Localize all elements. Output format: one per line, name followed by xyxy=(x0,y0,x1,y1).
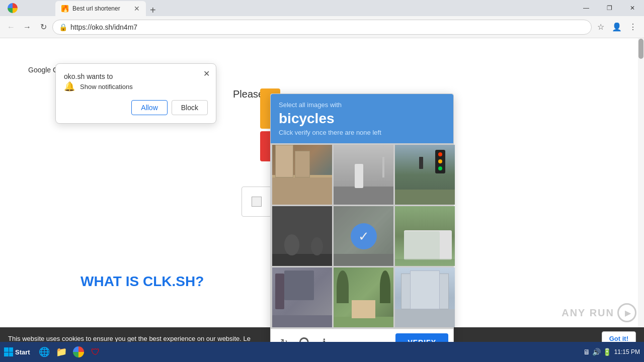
chrome-logo-icon xyxy=(8,3,18,13)
anyrun-watermark: ANY RUN ▶ xyxy=(561,303,636,322)
browser-content: Google Ch Please cl WHAT IS CLK.SH? oko.… xyxy=(0,38,644,350)
address-bar-row: ← → ↻ 🔒 https://oko.sh/idn4m7 ☆ 👤 ⋮ xyxy=(0,16,644,38)
captcha-cell-7[interactable] xyxy=(272,267,332,327)
checkbox-inner xyxy=(252,197,262,207)
volume-icon: 🔊 xyxy=(592,348,601,356)
taskbar-right: 🖥 🔊 🔋 11:15 PM xyxy=(583,348,644,356)
profile-button[interactable]: 👤 xyxy=(610,20,624,34)
url-text: https://oko.sh/idn4m7 xyxy=(70,23,137,31)
allow-button[interactable]: Allow xyxy=(131,100,167,115)
popup-close-button[interactable]: ✕ xyxy=(203,69,210,78)
bookmark-button[interactable]: ☆ xyxy=(594,20,608,34)
captcha-header: Select all images with bicycles Click ve… xyxy=(271,94,453,143)
captcha-cell-6[interactable] xyxy=(395,206,455,266)
start-label: Start xyxy=(15,348,30,356)
close-window-button[interactable]: ✕ xyxy=(621,0,644,16)
refresh-button[interactable]: ↻ xyxy=(36,20,50,34)
lock-icon: 🔒 xyxy=(59,23,67,31)
new-tab-button[interactable]: + xyxy=(146,5,160,16)
taskbar-ie-app[interactable]: 🌐 xyxy=(36,344,52,360)
notification-label: Show notifications xyxy=(80,83,133,90)
taskbar-apps: 🌐 📁 🛡 xyxy=(36,344,104,360)
network-icon: 🖥 xyxy=(583,348,590,356)
tab-close-btn[interactable]: ✕ xyxy=(134,5,140,13)
captcha-modal: Select all images with bicycles Click ve… xyxy=(270,94,454,350)
battery-icon: 🔋 xyxy=(603,348,611,356)
what-is-heading: WHAT IS CLK.SH? xyxy=(80,274,204,290)
popup-title: oko.sh wants to xyxy=(64,72,113,80)
captcha-cell-1[interactable] xyxy=(272,145,332,205)
scrollbar-thumb[interactable] xyxy=(638,39,643,59)
notification-row: 🔔 Show notifications xyxy=(64,81,208,92)
captcha-cell-4[interactable] xyxy=(272,206,332,266)
block-button[interactable]: Block xyxy=(172,100,208,115)
captcha-cell-5-selected[interactable]: ✓ xyxy=(334,206,393,266)
captcha-cell-9[interactable] xyxy=(395,267,455,327)
active-tab[interactable]: 🔥 Best url shortener ✕ xyxy=(55,1,146,16)
tab-title: Best url shortener xyxy=(72,5,120,12)
taskbar-chrome-app[interactable] xyxy=(70,344,87,360)
notification-popup: oko.sh wants to ✕ 🔔 Show notifications A… xyxy=(55,63,216,124)
captcha-grid: ✓ xyxy=(271,143,453,329)
taskbar-antivirus-app[interactable]: 🛡 xyxy=(88,344,104,360)
back-button[interactable]: ← xyxy=(4,20,18,34)
menu-button[interactable]: ⋮ xyxy=(626,20,640,34)
captcha-subject: bicycles xyxy=(279,111,445,127)
captcha-verify-hint: Click verify once there are none left xyxy=(279,129,445,136)
tab-favicon-icon: 🔥 xyxy=(61,5,68,12)
forward-button[interactable]: → xyxy=(20,20,34,34)
captcha-cell-2[interactable] xyxy=(334,145,393,205)
popup-buttons: Allow Block xyxy=(64,100,208,115)
minimize-button[interactable]: — xyxy=(575,0,598,16)
maximize-button[interactable]: ❐ xyxy=(598,0,621,16)
title-bar: 🔥 Best url shortener ✕ + — ❐ ✕ xyxy=(0,0,644,16)
taskbar-icons: 🖥 🔊 🔋 xyxy=(583,348,611,356)
captcha-cell-3[interactable] xyxy=(395,145,455,205)
start-button[interactable]: Start xyxy=(0,345,34,358)
address-bar[interactable]: 🔒 https://oko.sh/idn4m7 xyxy=(52,20,592,35)
captcha-instruction: Select all images with xyxy=(279,101,445,109)
checkbox-area xyxy=(242,187,272,217)
scrollbar[interactable] xyxy=(638,38,644,350)
taskbar-folder-app[interactable]: 📁 xyxy=(53,344,69,360)
captcha-cell-8[interactable] xyxy=(334,267,393,327)
taskbar-time: 11:15 PM xyxy=(614,348,640,355)
bell-icon: 🔔 xyxy=(64,81,75,92)
taskbar: Start 🌐 📁 🛡 🖥 🔊 🔋 11:15 PM xyxy=(0,342,644,362)
